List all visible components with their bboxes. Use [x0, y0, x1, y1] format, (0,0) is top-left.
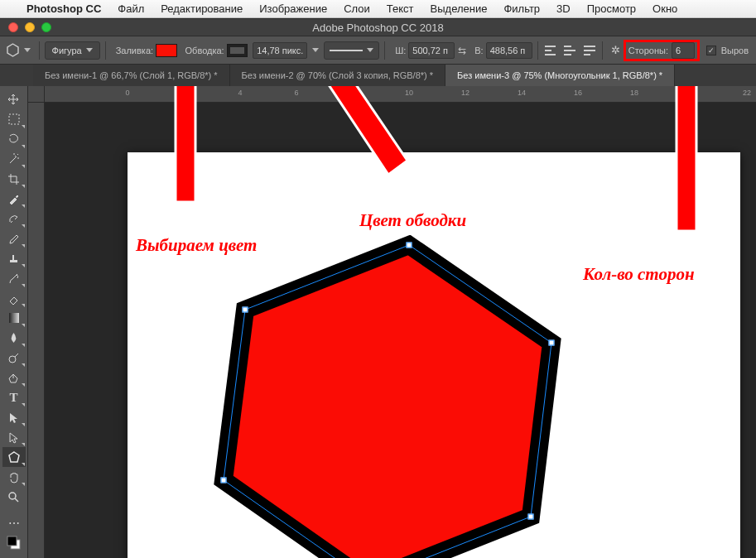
selection-outline [202, 235, 566, 558]
maximize-window-button[interactable] [41, 22, 51, 32]
menu-edit[interactable]: Редактирование [152, 2, 251, 15]
svg-point-5 [9, 493, 16, 499]
ruler-mark: 6 [294, 89, 298, 97]
eraser-tool[interactable] [2, 288, 26, 308]
ruler-mark: 10 [405, 89, 413, 97]
ruler-mark: 4 [238, 89, 242, 97]
fill-color-swatch[interactable] [156, 44, 176, 57]
dodge-tool[interactable] [2, 348, 26, 368]
transform-handle[interactable] [528, 514, 534, 520]
ruler-mark: 8 [350, 89, 354, 97]
menu-image[interactable]: Изображение [251, 2, 335, 15]
path-arrange-icon[interactable] [562, 43, 577, 58]
menu-view[interactable]: Просмотр [579, 2, 644, 15]
link-wh-icon[interactable]: ⇆ [455, 45, 469, 56]
menu-file[interactable]: Файл [109, 2, 152, 15]
svg-rect-1 [9, 114, 19, 124]
menu-filter[interactable]: Фильтр [495, 2, 548, 15]
pen-tool[interactable] [2, 368, 26, 387]
sides-input[interactable] [672, 42, 695, 59]
type-tool[interactable]: T [2, 387, 26, 407]
gear-icon[interactable]: ✲ [608, 44, 624, 56]
align-edges-checkbox[interactable]: ✓ [706, 46, 716, 55]
document-tab-label: Без имени-3 @ 75% (Многоугольник 1, RGB/… [457, 70, 662, 80]
toolbox: T ⋯ [0, 86, 28, 558]
ruler-mark: 22 [743, 89, 751, 97]
stroke-style-dropdown[interactable] [324, 41, 379, 60]
path-align-icon[interactable] [543, 43, 558, 58]
foreground-background-swatch[interactable] [2, 533, 26, 553]
close-window-button[interactable] [8, 22, 18, 32]
stroke-color-swatch[interactable] [227, 44, 248, 57]
width-input[interactable] [408, 42, 455, 59]
stroke-width-caret-icon[interactable] [312, 48, 319, 52]
lasso-tool[interactable] [2, 129, 26, 149]
zoom-tool[interactable] [2, 487, 26, 507]
stroke-width-input[interactable] [253, 42, 307, 59]
vertical-ruler[interactable] [28, 103, 45, 558]
ruler-mark: 16 [574, 89, 582, 97]
mac-menubar[interactable]: Photoshop CC Файл Редактирование Изображ… [0, 0, 756, 18]
healing-brush-tool[interactable] [2, 209, 26, 228]
menu-window[interactable]: Окно [644, 2, 686, 15]
svg-marker-0 [7, 44, 18, 56]
document-tab-2[interactable]: Без имени-2 @ 70% (Слой 3 копия, RGB/8*)… [230, 65, 446, 86]
transform-handle[interactable] [243, 307, 248, 313]
gradient-tool[interactable] [2, 308, 26, 328]
menu-select[interactable]: Выделение [422, 2, 496, 15]
stroke-label: Обводка: [185, 46, 224, 55]
brush-tool[interactable] [2, 228, 26, 248]
menu-3d[interactable]: 3D [548, 2, 579, 15]
height-input[interactable] [486, 42, 532, 59]
active-tool-icon[interactable] [5, 42, 21, 58]
svg-marker-4 [9, 452, 19, 462]
app-menu[interactable]: Photoshop CC [18, 2, 109, 15]
tool-dropdown-caret-icon[interactable] [24, 48, 31, 52]
window-titlebar: Adobe Photoshop CC 2018 [0, 18, 756, 36]
svg-point-3 [9, 356, 16, 363]
path-options-icon[interactable] [582, 43, 597, 58]
document-tab-3[interactable]: Без имени-3 @ 75% (Многоугольник 1, RGB/… [445, 65, 675, 86]
crop-tool[interactable] [2, 169, 26, 189]
width-label: Ш: [395, 46, 406, 55]
window-traffic-lights[interactable] [0, 22, 51, 32]
annotation-text-3: Кол-во сторон [583, 264, 695, 285]
more-tools-icon[interactable]: ⋯ [2, 513, 26, 533]
align-edges-label: Выров [721, 46, 749, 55]
ruler-mark: 18 [630, 89, 638, 97]
window-title: Adobe Photoshop CC 2018 [0, 22, 756, 34]
horizontal-ruler[interactable]: 0 2 4 6 8 10 12 14 16 18 20 22 [45, 86, 756, 103]
svg-marker-9 [224, 245, 551, 558]
document-tabs: Без имени-1 @ 66,7% (Слой 1, RGB/8*) * Б… [0, 65, 756, 86]
document-tab-label: Без имени-1 @ 66,7% (Слой 1, RGB/8*) * [45, 70, 218, 80]
minimize-window-button[interactable] [25, 22, 35, 32]
ruler-mark: 0 [125, 89, 129, 97]
blur-tool[interactable] [2, 328, 26, 348]
eyedropper-tool[interactable] [2, 189, 26, 209]
clone-stamp-tool[interactable] [2, 248, 26, 268]
menu-text[interactable]: Текст [378, 2, 422, 15]
marquee-tool[interactable] [2, 109, 26, 129]
svg-rect-7 [7, 536, 17, 546]
fill-label: Заливка: [116, 46, 153, 55]
transform-handle[interactable] [221, 478, 227, 483]
svg-rect-2 [9, 313, 19, 323]
shape-mode-label: Фигура [52, 46, 82, 55]
document-tab-1[interactable]: Без имени-1 @ 66,7% (Слой 1, RGB/8*) * [33, 65, 230, 86]
shape-mode-dropdown[interactable]: Фигура [45, 41, 100, 60]
path-selection-tool[interactable] [2, 407, 26, 427]
hand-tool[interactable] [2, 467, 26, 487]
direct-select-tool[interactable] [2, 427, 26, 447]
polygon-tool[interactable] [2, 447, 26, 467]
transform-handle[interactable] [549, 340, 555, 346]
history-brush-tool[interactable] [2, 268, 26, 288]
transform-handle[interactable] [407, 243, 412, 248]
menu-layers[interactable]: Слои [335, 2, 378, 15]
move-tool[interactable] [2, 89, 26, 109]
ruler-origin[interactable] [28, 86, 45, 103]
canvas-area[interactable]: 0 2 4 6 8 10 12 14 16 18 20 22 [28, 86, 756, 558]
options-bar: Фигура Заливка: Обводка: Ш: ⇆ В: ✲ Сторо… [0, 36, 756, 65]
ruler-mark: 12 [461, 89, 469, 97]
magic-wand-tool[interactable] [2, 149, 26, 169]
canvas-viewport[interactable]: Выбираем цвет Цвет обводки Кол-во сторон [45, 103, 756, 558]
